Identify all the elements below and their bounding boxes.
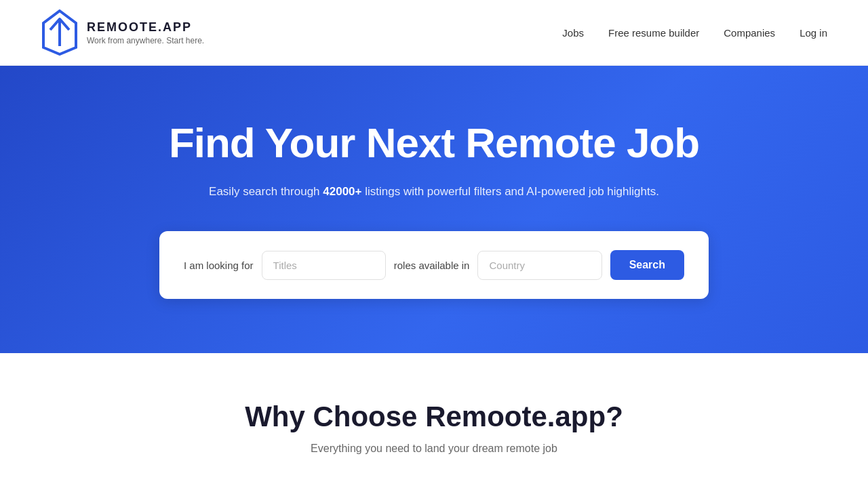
search-label-middle: roles available in — [394, 260, 470, 271]
nav-login[interactable]: Log in — [800, 27, 827, 39]
nav-jobs[interactable]: Jobs — [562, 27, 584, 39]
search-button[interactable]: Search — [610, 250, 684, 280]
search-box: I am looking for roles available in Sear… — [159, 231, 709, 299]
country-input[interactable] — [477, 251, 601, 280]
logo-subtitle: Work from anywhere. Start here. — [87, 36, 204, 45]
search-label-before: I am looking for — [184, 260, 254, 271]
hero-subtitle: Easily search through 42000+ listings wi… — [41, 185, 827, 199]
hero-heading: Find Your Next Remote Job — [41, 120, 827, 166]
why-heading: Why Choose Remoote.app? — [41, 401, 827, 433]
nav-resume-builder[interactable]: Free resume builder — [608, 27, 699, 39]
why-section: Why Choose Remoote.app? Everything you n… — [0, 353, 868, 488]
logo-title: REMOOTE.APP — [87, 20, 204, 35]
hero-subtitle-after: listings with powerful filters and AI-po… — [361, 185, 658, 198]
logo-icon — [41, 9, 79, 56]
why-subtitle: Everything you need to land your dream r… — [41, 443, 827, 455]
hero-subtitle-plain: Easily search through — [209, 185, 323, 198]
nav-companies[interactable]: Companies — [724, 27, 775, 39]
logo-area: REMOOTE.APP Work from anywhere. Start he… — [41, 9, 204, 56]
header: REMOOTE.APP Work from anywhere. Start he… — [0, 0, 868, 66]
titles-input[interactable] — [262, 251, 386, 280]
main-nav: Jobs Free resume builder Companies Log i… — [562, 27, 827, 39]
hero-subtitle-bold: 42000+ — [323, 185, 361, 198]
logo-text-block: REMOOTE.APP Work from anywhere. Start he… — [87, 20, 204, 45]
hero-section: Find Your Next Remote Job Easily search … — [0, 66, 868, 353]
